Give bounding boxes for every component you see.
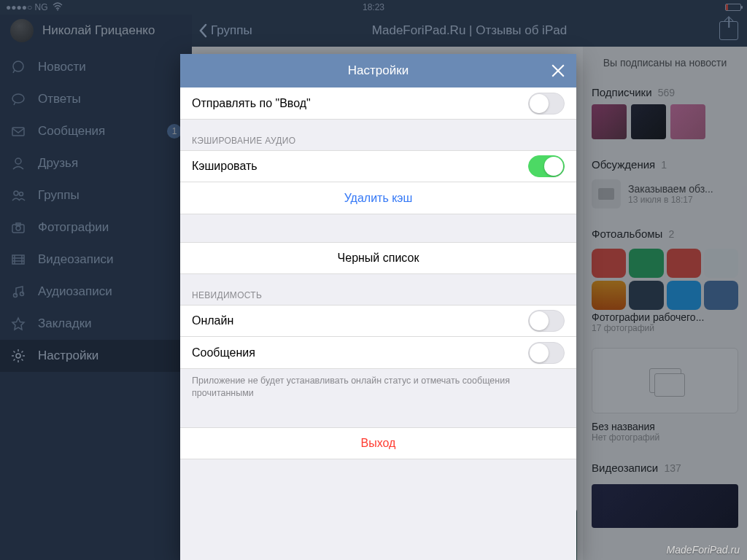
section-cache: КЭШИРОВАНИЕ АУДИО — [180, 120, 576, 150]
row-clear-cache[interactable]: Удалить кэш — [180, 182, 576, 214]
row-send-on-enter[interactable]: Отправлять по "Ввод" — [180, 88, 576, 120]
row-blacklist[interactable]: Черный список — [180, 242, 576, 274]
toggle-online[interactable] — [528, 310, 565, 332]
close-button[interactable] — [549, 61, 568, 80]
row-logout[interactable]: Выход — [180, 427, 576, 459]
row-label: Удалить кэш — [344, 192, 413, 205]
settings-modal: Настройки Отправлять по "Ввод" КЭШИРОВАН… — [180, 54, 576, 560]
toggle-send-on-enter[interactable] — [528, 93, 565, 114]
row-label: Онлайн — [192, 314, 233, 327]
row-cache[interactable]: Кэшировать — [180, 150, 576, 182]
row-label: Черный список — [338, 252, 419, 265]
modal-title: Настройки — [348, 63, 409, 78]
row-label: Отправлять по "Ввод" — [192, 97, 311, 110]
row-label: Выход — [361, 437, 396, 450]
row-online[interactable]: Онлайн — [180, 305, 576, 337]
section-invisibility: НЕВИДИМОСТЬ — [180, 274, 576, 305]
invisibility-note: Приложение не будет устанавливать онлайн… — [180, 369, 576, 400]
toggle-messages[interactable] — [528, 342, 565, 364]
row-label: Кэшировать — [192, 160, 258, 173]
modal-header: Настройки — [180, 54, 576, 88]
row-messages[interactable]: Сообщения — [180, 337, 576, 369]
modal-body: Отправлять по "Ввод" КЭШИРОВАНИЕ АУДИО К… — [180, 88, 576, 560]
row-label: Сообщения — [192, 346, 255, 359]
toggle-cache[interactable] — [528, 155, 565, 177]
watermark: MadeForiPad.ru — [667, 544, 740, 556]
